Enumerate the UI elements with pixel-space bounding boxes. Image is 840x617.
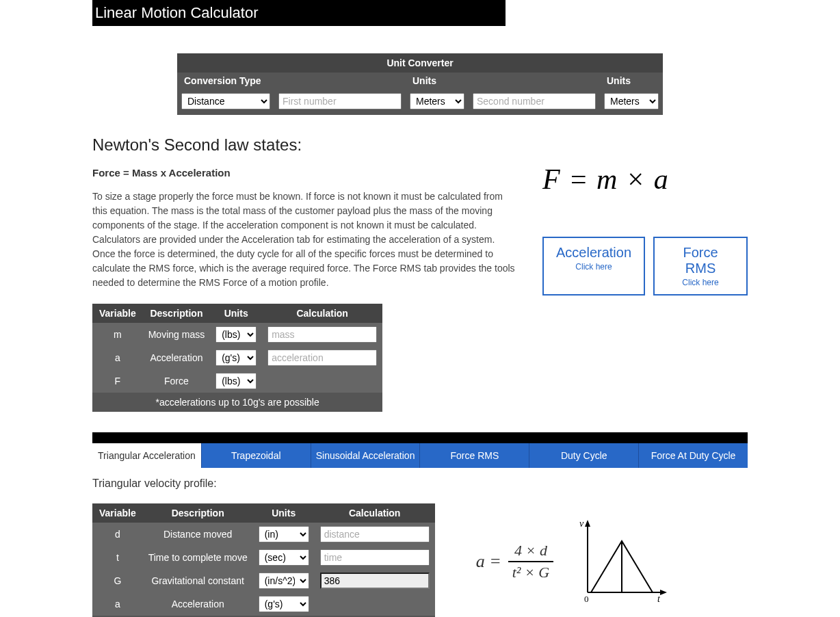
table-row: a Acceleration (g's)	[92, 346, 382, 369]
second-number-input[interactable]	[473, 93, 596, 109]
table-row: d Distance moved (in)	[92, 523, 435, 546]
unit-select-distance[interactable]: (in)	[259, 526, 309, 542]
col-units: Units	[210, 304, 262, 323]
page-title: Linear Motion Calculator	[92, 0, 506, 26]
tab-sinusoidal[interactable]: Sinusoidal Acceleration	[311, 443, 421, 468]
newton-formula-text: Force = Mass x Acceleration	[92, 167, 522, 179]
vars-footer: *accelerations up to 10g's are possible	[92, 393, 382, 412]
unit-select-accel[interactable]: (g's)	[215, 350, 257, 366]
converter-header: Unit Converter	[177, 53, 663, 73]
newton-description: To size a stage properly the force must …	[92, 189, 516, 290]
tab-trapezoidal[interactable]: Trapezoidal	[202, 443, 311, 468]
distance-input[interactable]	[320, 526, 430, 542]
col-description: Description	[143, 304, 210, 323]
tab-triangular[interactable]: Triangular Acceleration	[92, 443, 202, 468]
acceleration-button[interactable]: Acceleration Click here	[542, 237, 645, 296]
newton-equation: F = m × a	[542, 163, 748, 196]
triangular-equation: a = 4 × d t² × G	[476, 540, 554, 583]
accel-input[interactable]	[267, 350, 377, 366]
triangular-vars-table: Variable Description Units Calculation d…	[92, 503, 435, 617]
svg-marker-3	[660, 590, 667, 595]
svg-text:0: 0	[584, 594, 589, 604]
newton-heading: Newton's Second law states:	[92, 135, 522, 155]
g-constant-input	[320, 573, 430, 589]
table-row: t Time to complete move (sec)	[92, 546, 435, 569]
table-row: a Acceleration (g's)	[92, 592, 435, 616]
tab-force-at-duty[interactable]: Force At Duty Cycle	[639, 443, 748, 468]
converter-label-units2: Units	[600, 73, 663, 89]
table-row: m Moving mass (lbs)	[92, 323, 382, 346]
mass-input[interactable]	[267, 326, 377, 343]
table-row: F Force (lbs)	[92, 369, 382, 393]
unit-select-time[interactable]: (sec)	[259, 549, 309, 566]
unit1-select[interactable]: Meters	[410, 93, 464, 109]
svg-text:v: v	[579, 518, 584, 529]
unit-select-mass[interactable]: (lbs)	[215, 326, 257, 343]
velocity-profile-graph: v 0 t	[574, 517, 670, 606]
unit2-select[interactable]: Meters	[604, 93, 659, 109]
converter-label-units1: Units	[406, 73, 469, 89]
unit-select-force[interactable]: (lbs)	[215, 373, 257, 389]
svg-text:t: t	[657, 594, 661, 604]
unit-select-g[interactable]: (in/s^2)	[259, 573, 309, 589]
force-rms-button[interactable]: Force RMS Click here	[653, 237, 748, 296]
tab-force-rms[interactable]: Force RMS	[420, 443, 529, 468]
col-variable: Variable	[92, 304, 143, 323]
tab-duty-cycle[interactable]: Duty Cycle	[529, 443, 639, 468]
conversion-type-select[interactable]: Distance	[181, 93, 270, 109]
force-vars-table: Variable Description Units Calculation m…	[92, 304, 382, 412]
tab-bar: Triangular Acceleration Trapezoidal Sinu…	[92, 443, 748, 468]
time-input[interactable]	[320, 549, 430, 566]
triangular-title: Triangular velocity profile:	[92, 477, 748, 490]
converter-label-type: Conversion Type	[177, 73, 274, 89]
unit-converter: Unit Converter Conversion Type Units Uni…	[177, 53, 663, 115]
svg-marker-1	[585, 520, 590, 527]
table-row: G Gravitational constant (in/s^2)	[92, 569, 435, 592]
col-calculation: Calculation	[262, 304, 382, 323]
unit-select-a[interactable]: (g's)	[259, 596, 309, 612]
first-number-input[interactable]	[278, 93, 402, 109]
tab-divider	[92, 432, 748, 443]
